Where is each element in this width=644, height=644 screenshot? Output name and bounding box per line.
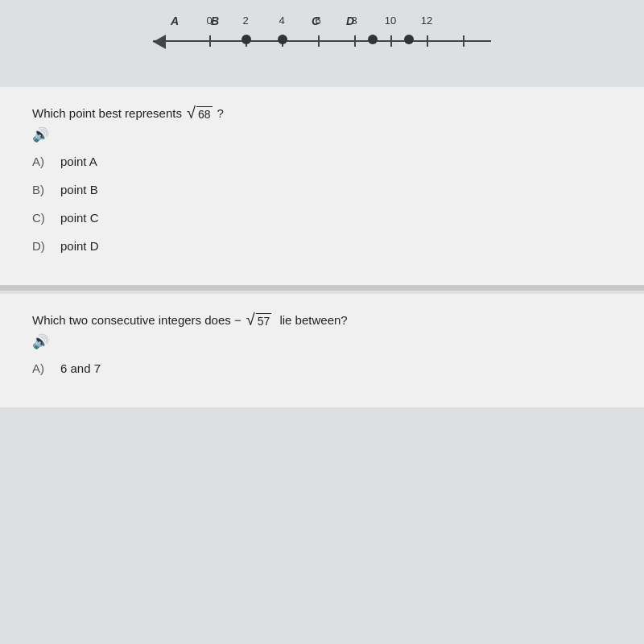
- audio-button-2[interactable]: 🔊: [32, 334, 49, 349]
- sqrt-value-1: 68: [196, 106, 213, 122]
- choice-text-1B: point B: [60, 183, 98, 196]
- point-B-dot: [278, 35, 287, 44]
- choice-text-1D: point D: [60, 239, 99, 253]
- number-line-arrow: [153, 35, 166, 49]
- choice-1C[interactable]: C) point C: [32, 211, 612, 225]
- choice-1B[interactable]: B) point B: [32, 183, 612, 196]
- choice-1A[interactable]: A) point A: [32, 155, 612, 168]
- sqrt-value-2: 57: [256, 313, 272, 328]
- number-line-section: A B C D 0: [0, 0, 644, 87]
- question2-prefix: Which two consecutive integers does −: [32, 313, 242, 327]
- question1-suffix: ?: [217, 106, 224, 120]
- choice-1D[interactable]: D) point D: [32, 239, 612, 253]
- sqrt-symbol-2: √: [246, 312, 255, 328]
- choice-text-1A: point A: [60, 155, 97, 168]
- num-6: 6: [315, 14, 320, 27]
- tick-10: [390, 35, 392, 47]
- page: A B C D 0: [0, 0, 644, 644]
- num-10: 10: [385, 14, 396, 27]
- number-line-container: A B C D 0: [153, 14, 491, 79]
- choice-letter-1A: A): [32, 155, 60, 168]
- num-2: 2: [242, 14, 248, 27]
- section-divider: [0, 286, 644, 291]
- tick-0: [209, 35, 211, 47]
- audio-button-1[interactable]: 🔊: [32, 127, 49, 142]
- tick-6: [318, 35, 320, 47]
- point-C-dot: [368, 35, 378, 44]
- num-8: 8: [351, 14, 357, 27]
- point-D-dot: [404, 35, 414, 44]
- choice-text-2A: 6 and 7: [60, 361, 101, 375]
- num-4: 4: [279, 14, 284, 27]
- question2-text: Which two consecutive integers does −√57…: [32, 312, 612, 328]
- choice-text-1C: point C: [60, 211, 99, 225]
- point-label-A: A: [171, 14, 179, 27]
- tick-extra: [463, 35, 464, 47]
- choice-letter-1D: D): [32, 239, 60, 253]
- question2-suffix: lie between?: [276, 313, 347, 327]
- sqrt-symbol: √: [187, 105, 196, 121]
- audio-row-1: 🔊: [32, 126, 612, 143]
- question2-section: Which two consecutive integers does −√57…: [0, 294, 644, 407]
- tick-12: [427, 35, 428, 47]
- number-line-axis: [153, 40, 491, 42]
- tick-8: [354, 35, 356, 47]
- choice-letter-1B: B): [32, 183, 60, 196]
- choice-letter-1C: C): [32, 211, 60, 225]
- point-A-dot: [242, 35, 251, 44]
- num-12: 12: [421, 14, 432, 27]
- choice-letter-2A: A): [32, 361, 60, 375]
- choice-2A[interactable]: A) 6 and 7: [32, 361, 612, 375]
- question1-prefix: Which point best represents: [32, 106, 182, 120]
- num-0: 0: [206, 14, 212, 27]
- question2-sqrt: √57: [246, 312, 272, 328]
- question1-section: Which point best represents √68 ? 🔊 A) p…: [0, 87, 644, 286]
- question1-sqrt: √68: [187, 105, 213, 122]
- question1-text: Which point best represents √68 ?: [32, 105, 612, 122]
- audio-row-2: 🔊: [32, 333, 612, 350]
